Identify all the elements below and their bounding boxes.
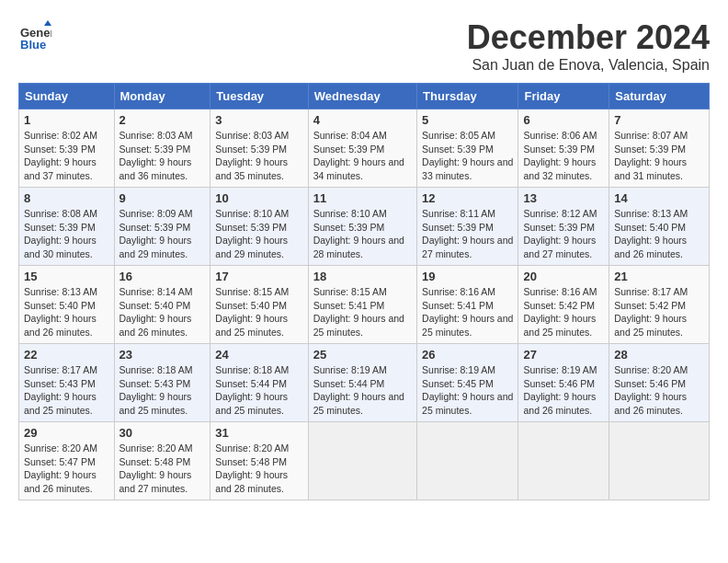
header: General Blue December 2024 San Juan de E…: [18, 18, 710, 74]
day-info: Sunrise: 8:16 AMSunset: 5:42 PMDaylight:…: [523, 286, 597, 338]
day-number: 14: [614, 191, 704, 205]
day-number: 19: [422, 270, 513, 283]
day-info: Sunrise: 8:20 AMSunset: 5:48 PMDaylight:…: [119, 442, 193, 494]
day-number: 11: [313, 191, 412, 205]
weekday-header-wednesday: Wednesday: [308, 84, 416, 109]
day-cell: 23Sunrise: 8:18 AMSunset: 5:43 PMDayligh…: [114, 344, 210, 422]
title-section: December 2024 San Juan de Enova, Valenci…: [467, 18, 710, 74]
weekday-header-monday: Monday: [114, 84, 210, 109]
day-number: 10: [215, 191, 302, 205]
weekday-header-sunday: Sunday: [19, 84, 115, 109]
day-info: Sunrise: 8:19 AMSunset: 5:44 PMDaylight:…: [313, 364, 404, 416]
day-number: 17: [215, 270, 302, 283]
day-cell: 20Sunrise: 8:16 AMSunset: 5:42 PMDayligh…: [518, 266, 609, 344]
day-number: 27: [523, 348, 604, 362]
day-number: 8: [24, 191, 109, 205]
day-cell: [308, 422, 416, 500]
day-cell: 22Sunrise: 8:17 AMSunset: 5:43 PMDayligh…: [19, 344, 115, 422]
day-cell: 5Sunrise: 8:05 AMSunset: 5:39 PMDaylight…: [417, 109, 518, 188]
day-info: Sunrise: 8:15 AMSunset: 5:41 PMDaylight:…: [313, 286, 404, 338]
day-info: Sunrise: 8:07 AMSunset: 5:39 PMDaylight:…: [614, 130, 688, 181]
day-number: 2: [119, 113, 206, 127]
day-info: Sunrise: 8:03 AMSunset: 5:39 PMDaylight:…: [119, 130, 193, 181]
day-cell: 31Sunrise: 8:20 AMSunset: 5:48 PMDayligh…: [210, 422, 308, 500]
day-info: Sunrise: 8:20 AMSunset: 5:47 PMDaylight:…: [24, 442, 97, 494]
day-cell: 7Sunrise: 8:07 AMSunset: 5:39 PMDaylight…: [609, 109, 710, 188]
day-number: 9: [119, 191, 206, 205]
day-cell: 9Sunrise: 8:09 AMSunset: 5:39 PMDaylight…: [114, 188, 210, 266]
day-cell: 30Sunrise: 8:20 AMSunset: 5:48 PMDayligh…: [114, 422, 210, 500]
day-number: 22: [24, 348, 109, 362]
day-cell: 8Sunrise: 8:08 AMSunset: 5:39 PMDaylight…: [19, 188, 115, 266]
day-cell: 12Sunrise: 8:11 AMSunset: 5:39 PMDayligh…: [417, 188, 518, 266]
day-cell: 19Sunrise: 8:16 AMSunset: 5:41 PMDayligh…: [417, 266, 518, 344]
day-number: 6: [523, 113, 604, 127]
day-info: Sunrise: 8:10 AMSunset: 5:39 PMDaylight:…: [313, 208, 404, 259]
day-number: 15: [24, 270, 109, 283]
logo: General Blue: [18, 18, 51, 52]
week-row-1: 1Sunrise: 8:02 AMSunset: 5:39 PMDaylight…: [19, 109, 710, 188]
day-number: 23: [119, 348, 206, 362]
day-cell: 6Sunrise: 8:06 AMSunset: 5:39 PMDaylight…: [518, 109, 609, 188]
day-info: Sunrise: 8:06 AMSunset: 5:39 PMDaylight:…: [523, 130, 597, 181]
day-cell: 2Sunrise: 8:03 AMSunset: 5:39 PMDaylight…: [114, 109, 210, 188]
day-cell: 13Sunrise: 8:12 AMSunset: 5:39 PMDayligh…: [518, 188, 609, 266]
day-cell: [417, 422, 518, 500]
day-info: Sunrise: 8:11 AMSunset: 5:39 PMDaylight:…: [422, 208, 513, 259]
day-number: 4: [313, 113, 412, 127]
day-cell: 16Sunrise: 8:14 AMSunset: 5:40 PMDayligh…: [114, 266, 210, 344]
day-cell: 24Sunrise: 8:18 AMSunset: 5:44 PMDayligh…: [210, 344, 308, 422]
day-number: 21: [614, 270, 704, 283]
weekday-header-row: SundayMondayTuesdayWednesdayThursdayFrid…: [19, 84, 710, 109]
calendar-table: SundayMondayTuesdayWednesdayThursdayFrid…: [18, 83, 710, 500]
day-info: Sunrise: 8:05 AMSunset: 5:39 PMDaylight:…: [422, 130, 513, 181]
day-cell: 26Sunrise: 8:19 AMSunset: 5:45 PMDayligh…: [417, 344, 518, 422]
day-number: 16: [119, 270, 206, 283]
day-cell: 17Sunrise: 8:15 AMSunset: 5:40 PMDayligh…: [210, 266, 308, 344]
day-number: 5: [422, 113, 513, 127]
day-info: Sunrise: 8:16 AMSunset: 5:41 PMDaylight:…: [422, 286, 513, 338]
day-info: Sunrise: 8:14 AMSunset: 5:40 PMDaylight:…: [119, 286, 193, 338]
day-info: Sunrise: 8:17 AMSunset: 5:43 PMDaylight:…: [24, 364, 97, 416]
day-number: 29: [24, 426, 109, 440]
week-row-4: 22Sunrise: 8:17 AMSunset: 5:43 PMDayligh…: [19, 344, 710, 422]
day-cell: [609, 422, 710, 500]
location-title: San Juan de Enova, Valencia, Spain: [467, 57, 710, 74]
logo-icon: General Blue: [18, 18, 51, 52]
day-cell: 29Sunrise: 8:20 AMSunset: 5:47 PMDayligh…: [19, 422, 115, 500]
day-info: Sunrise: 8:20 AMSunset: 5:48 PMDaylight:…: [215, 442, 289, 494]
day-cell: 21Sunrise: 8:17 AMSunset: 5:42 PMDayligh…: [609, 266, 710, 344]
day-info: Sunrise: 8:15 AMSunset: 5:40 PMDaylight:…: [215, 286, 289, 338]
weekday-header-tuesday: Tuesday: [210, 84, 308, 109]
day-cell: 4Sunrise: 8:04 AMSunset: 5:39 PMDaylight…: [308, 109, 416, 188]
week-row-5: 29Sunrise: 8:20 AMSunset: 5:47 PMDayligh…: [19, 422, 710, 500]
day-cell: 18Sunrise: 8:15 AMSunset: 5:41 PMDayligh…: [308, 266, 416, 344]
day-info: Sunrise: 8:17 AMSunset: 5:42 PMDaylight:…: [614, 286, 688, 338]
day-info: Sunrise: 8:18 AMSunset: 5:43 PMDaylight:…: [119, 364, 193, 416]
day-info: Sunrise: 8:13 AMSunset: 5:40 PMDaylight:…: [24, 286, 97, 338]
day-cell: 27Sunrise: 8:19 AMSunset: 5:46 PMDayligh…: [518, 344, 609, 422]
day-number: 25: [313, 348, 412, 362]
day-number: 31: [215, 426, 302, 440]
week-row-2: 8Sunrise: 8:08 AMSunset: 5:39 PMDaylight…: [19, 188, 710, 266]
day-info: Sunrise: 8:20 AMSunset: 5:46 PMDaylight:…: [614, 364, 688, 416]
day-info: Sunrise: 8:03 AMSunset: 5:39 PMDaylight:…: [215, 130, 289, 181]
weekday-header-saturday: Saturday: [609, 84, 710, 109]
day-number: 12: [422, 191, 513, 205]
weekday-header-thursday: Thursday: [417, 84, 518, 109]
day-cell: 25Sunrise: 8:19 AMSunset: 5:44 PMDayligh…: [308, 344, 416, 422]
day-number: 30: [119, 426, 206, 440]
day-number: 24: [215, 348, 302, 362]
day-info: Sunrise: 8:19 AMSunset: 5:45 PMDaylight:…: [422, 364, 513, 416]
day-info: Sunrise: 8:09 AMSunset: 5:39 PMDaylight:…: [119, 208, 193, 259]
day-cell: 10Sunrise: 8:10 AMSunset: 5:39 PMDayligh…: [210, 188, 308, 266]
day-info: Sunrise: 8:10 AMSunset: 5:39 PMDaylight:…: [215, 208, 289, 259]
day-number: 1: [24, 113, 109, 127]
svg-marker-2: [44, 20, 51, 26]
day-info: Sunrise: 8:08 AMSunset: 5:39 PMDaylight:…: [24, 208, 97, 259]
day-info: Sunrise: 8:04 AMSunset: 5:39 PMDaylight:…: [313, 130, 404, 181]
weekday-header-friday: Friday: [518, 84, 609, 109]
month-title: December 2024: [467, 18, 710, 57]
day-cell: 1Sunrise: 8:02 AMSunset: 5:39 PMDaylight…: [19, 109, 115, 188]
day-cell: 14Sunrise: 8:13 AMSunset: 5:40 PMDayligh…: [609, 188, 710, 266]
